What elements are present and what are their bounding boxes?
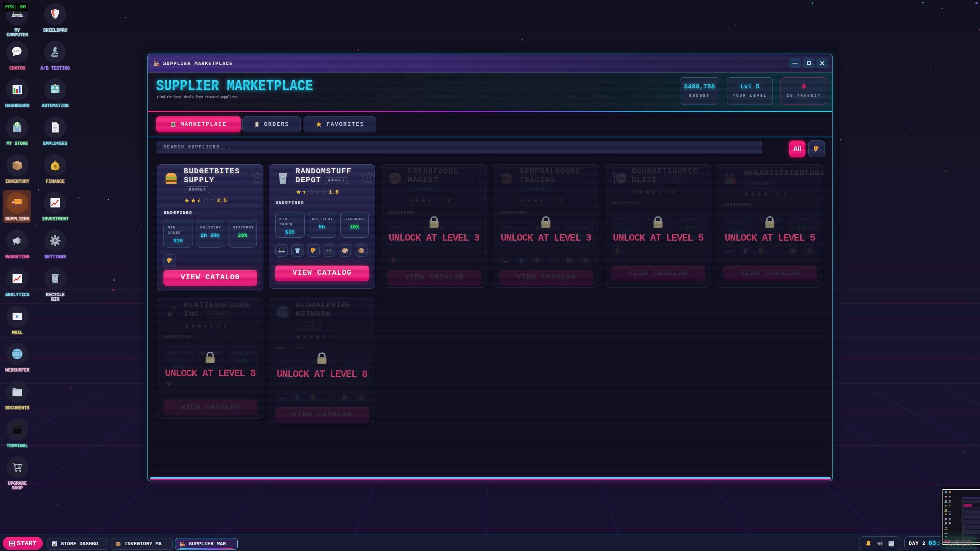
svg-text:$: $ — [54, 164, 57, 170]
svg-text:E: E — [16, 314, 19, 319]
svg-text:24: 24 — [16, 123, 19, 126]
